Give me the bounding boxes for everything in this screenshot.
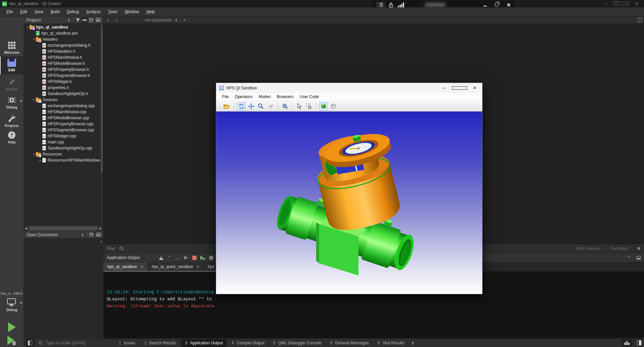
hps-maximize-button[interactable]: [452, 83, 467, 93]
tree-item[interactable]: main.cpp: [23, 139, 101, 145]
stop-icon[interactable]: [191, 255, 197, 261]
pane-switcher-dropdown[interactable]: ▲▼: [65, 17, 72, 23]
settings-gear-icon[interactable]: [208, 255, 214, 261]
scroll-up-arrow[interactable]: ▲: [100, 240, 103, 243]
sync-with-editor-icon[interactable]: [81, 17, 88, 23]
pan-icon[interactable]: [247, 102, 255, 111]
scroll-right-arrow[interactable]: ▶: [98, 227, 103, 230]
output-tab[interactable]: hps_qt_quick_sandbox ✕: [148, 262, 204, 271]
tree-item[interactable]: SandboxHighlightOp.h: [23, 91, 101, 97]
minimize-button[interactable]: ─: [599, 1, 614, 6]
menu-item[interactable]: Window: [122, 8, 142, 15]
output-pane-button[interactable]: 3 Application Output: [181, 339, 227, 347]
pane-list-arrows-icon[interactable]: ▲▼: [411, 341, 414, 345]
tree-item[interactable]: HPSPropertyBrowser.h: [23, 67, 101, 73]
go-back-icon[interactable]: ‹: [103, 17, 112, 23]
previous-item-icon[interactable]: ⌃: [166, 255, 172, 261]
find-previous-button[interactable]: Find Previous: [576, 246, 601, 251]
go-forward-icon[interactable]: ›: [112, 17, 121, 23]
tree-item[interactable]: SandboxHighlightOp.cpp: [23, 145, 101, 151]
close-pane-icon[interactable]: [95, 17, 101, 23]
zoom-icon[interactable]: [256, 102, 265, 111]
mode-projects[interactable]: Projects: [0, 114, 23, 128]
tree-item[interactable]: Headers: [23, 36, 101, 42]
locator-field[interactable]: Type to locate (Ctrl+K): [38, 341, 105, 345]
hps-menu-item[interactable]: User Code: [297, 93, 322, 100]
menu-item[interactable]: Tools: [105, 8, 120, 15]
tree-item[interactable]: Resources\HPSMainWindow.q: [23, 157, 101, 163]
split-pane-icon[interactable]: [88, 17, 95, 23]
hps-3d-viewport[interactable]: [216, 112, 482, 294]
close-find-bar-icon[interactable]: ✕: [637, 246, 641, 251]
overlay-restore-icon[interactable]: [495, 3, 498, 7]
wireframe-cube-icon[interactable]: [329, 102, 338, 111]
overlay-close-icon[interactable]: ✕: [506, 2, 511, 8]
zoom-window-icon[interactable]: [281, 102, 289, 111]
output-pane-button[interactable]: 8 Test Results: [374, 339, 408, 347]
toggle-right-sidebar-icon[interactable]: [637, 340, 641, 345]
hps-close-button[interactable]: ✕: [467, 83, 482, 93]
menu-item[interactable]: Edit: [17, 8, 30, 15]
tree-item[interactable]: hps_qt_sandbox.pro: [23, 30, 101, 36]
tree-item[interactable]: hps_qt_sandbox: [23, 24, 101, 30]
document-selector[interactable]: <no document> ▲▼: [144, 18, 177, 23]
kit-selector[interactable]: ▸ Debug: [0, 298, 23, 312]
hps-menu-item[interactable]: Modes: [256, 93, 274, 100]
build-progress-indicator[interactable]: [622, 339, 632, 347]
fly-icon[interactable]: [266, 102, 275, 111]
debug-flyout-arrow[interactable]: ▸: [20, 99, 22, 102]
mode-debug[interactable]: ▸ Debug: [0, 95, 23, 109]
toolbar-drag-handle[interactable]: [219, 103, 220, 110]
toggle-left-sidebar-icon[interactable]: [26, 339, 34, 347]
tree-item[interactable]: Sources: [23, 97, 101, 103]
tree-item[interactable]: HPSPropertyBrowser.cpp: [23, 121, 101, 127]
minimize-panel-icon[interactable]: [637, 256, 641, 260]
hps-menu-item[interactable]: File: [219, 93, 232, 100]
tree-item[interactable]: HPSMainWindow.cpp: [23, 109, 101, 115]
mode-welcome[interactable]: Welcome: [0, 41, 23, 54]
menu-item[interactable]: Analyze: [83, 8, 104, 15]
attach-debugger-icon[interactable]: [200, 255, 206, 261]
scroll-left-arrow[interactable]: ◀: [23, 227, 29, 230]
close-button[interactable]: ✕: [629, 1, 644, 6]
close-pane-icon[interactable]: [95, 232, 102, 238]
tree-item[interactable]: HPSHandlers.h: [23, 48, 101, 54]
tree-item[interactable]: properties.h: [23, 85, 101, 91]
menu-item[interactable]: Debug: [64, 8, 82, 15]
tree-item[interactable]: HPSModelBrowser.cpp: [23, 115, 101, 121]
split-editor-icon[interactable]: [637, 17, 642, 22]
find-next-button[interactable]: Find Next: [610, 246, 627, 251]
kit-selector-name[interactable]: hps_q...ndbox: [0, 291, 23, 295]
output-tab[interactable]: hps_qt_sandbox ✕: [103, 262, 148, 271]
select-area-icon[interactable]: [305, 102, 313, 111]
output-pane-button[interactable]: 2 Search Results: [140, 339, 180, 347]
tree-horizontal-scrollbar[interactable]: ◀ ▶: [23, 225, 103, 231]
tree-item[interactable]: exchangeimportdialog.cpp: [23, 103, 101, 109]
output-pane-button[interactable]: 6 General Messages: [327, 339, 373, 347]
collapse-panel-icon[interactable]: ⌃: [627, 255, 631, 260]
tree-item[interactable]: HPSMainWindow.h: [23, 54, 101, 60]
close-tab-icon[interactable]: ✕: [196, 265, 199, 269]
menu-item[interactable]: Build: [48, 8, 63, 15]
output-pane-button[interactable]: 4 Compile Output: [228, 339, 268, 347]
run-button[interactable]: [0, 321, 23, 334]
next-item-icon[interactable]: ⌃: [175, 255, 181, 261]
tree-item[interactable]: HPSModelBrowser.h: [23, 60, 101, 67]
hps-menu-item[interactable]: Operators: [232, 93, 255, 100]
tree-item[interactable]: HPSWidget.h: [23, 79, 101, 85]
tree-item[interactable]: HPSSegmentBrowser.cpp: [23, 127, 101, 133]
shaded-cube-icon[interactable]: [319, 102, 328, 111]
menu-item[interactable]: View: [32, 8, 46, 15]
close-tab-icon[interactable]: ✕: [140, 265, 143, 269]
tree-item[interactable]: exchangeimportdialog.h: [23, 42, 101, 48]
output-pane-button[interactable]: 5 QML Debugger Console: [269, 339, 325, 347]
hps-menu-item[interactable]: Browsers: [274, 93, 297, 100]
tree-item[interactable]: HPSWidget.cpp: [23, 133, 101, 139]
close-document-icon[interactable]: ✕: [183, 18, 186, 23]
mode-design[interactable]: Design: [0, 78, 23, 91]
hps-titlebar[interactable]: HPS Qt Sandbox ─ ✕: [216, 83, 482, 93]
open-file-icon[interactable]: [222, 102, 231, 111]
tree-item[interactable]: Resources: [23, 151, 101, 157]
mode-help[interactable]: ? Help: [0, 131, 23, 144]
restore-button[interactable]: [614, 1, 629, 6]
